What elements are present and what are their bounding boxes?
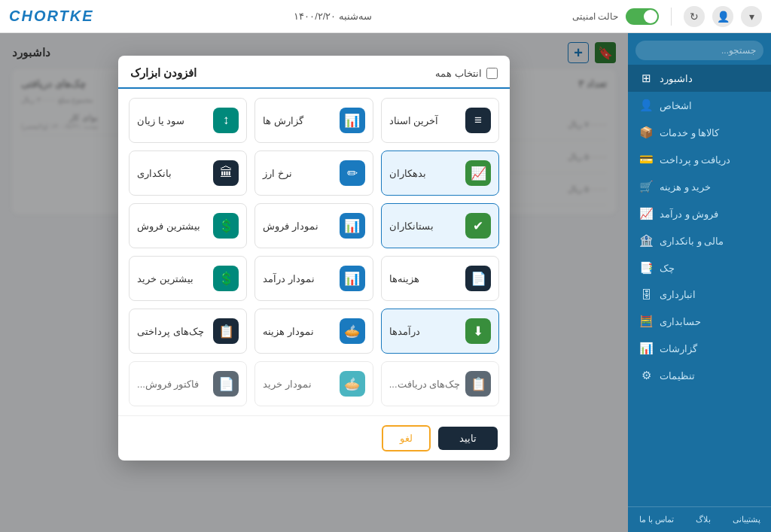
sidebar-search-wrapper xyxy=(628,33,771,65)
topbar-date: سه‌شنبه ۱۴۰۰/۲/۲۰ xyxy=(294,11,372,22)
widget-label: گزارش ها xyxy=(263,115,303,126)
accounting-icon: 🧮 xyxy=(638,315,654,328)
widget-purchase-chart[interactable]: 🥧 نمودار خرید xyxy=(254,361,373,406)
widget-label: چک‌های پرداختی xyxy=(137,326,204,337)
confirm-button[interactable]: تایید xyxy=(438,427,498,450)
sidebar-item-label: داشبورد xyxy=(660,73,693,84)
widget-label: هزینه‌ها xyxy=(389,273,419,284)
widget-exchange-rate[interactable]: ✏ نرخ ارز xyxy=(254,150,373,196)
cancel-button[interactable]: لغو xyxy=(382,425,431,451)
purchase-icon: 🛒 xyxy=(638,180,654,193)
widget-label: بانکداری xyxy=(137,168,172,179)
widget-label: چک‌های دریافت... xyxy=(389,378,460,390)
modal-header: انتخاب همه افزودن ابزارک xyxy=(118,56,510,89)
search-input[interactable] xyxy=(635,41,763,60)
widget-label: آخرین اسناد xyxy=(389,115,439,126)
sidebar-item-cheque[interactable]: چک 📑 xyxy=(628,254,771,281)
widget-label: نمودار خرید xyxy=(263,378,312,390)
sidebar-item-purchase[interactable]: خرید و هزینه 🛒 xyxy=(628,173,771,200)
widget-grid: ≡ آخرین اسناد 📊 گزارش ها ↕ سود یا زیان xyxy=(129,98,499,406)
income-chart-icon: 📊 xyxy=(340,266,365,291)
widget-profit-loss[interactable]: ↕ سود یا زیان xyxy=(129,98,247,143)
widget-top-purchase[interactable]: 💲 بیشترین خرید xyxy=(129,256,247,301)
persons-icon: 👤 xyxy=(638,99,654,112)
topbar: ▾ 👤 ↻ حالت امنیتی سه‌شنبه ۱۴۰۰/۲/۲۰ CHOR… xyxy=(0,0,771,33)
sidebar-item-persons[interactable]: اشخاص 👤 xyxy=(628,92,771,119)
security-toggle[interactable] xyxy=(626,8,659,25)
sidebar-item-label: کالاها و خدمات xyxy=(660,127,719,138)
sidebar-item-sales[interactable]: فروش و درآمد 📈 xyxy=(628,200,771,227)
widget-label: نمودار هزینه xyxy=(263,326,314,337)
top-sales-icon: 💲 xyxy=(213,213,239,239)
sidebar-item-label: گزارشات xyxy=(660,343,697,354)
add-widget-modal: انتخاب همه افزودن ابزارک ≡ آخرین اسناد 📊 xyxy=(118,56,510,461)
logo: CHORTKE xyxy=(9,8,94,25)
contact-link[interactable]: تماس با ما xyxy=(639,515,674,524)
widget-reports[interactable]: 📊 گزارش ها xyxy=(254,98,373,143)
widget-label: سود یا زیان xyxy=(137,115,184,126)
widget-banking[interactable]: 🏛 بانکداری xyxy=(129,150,247,196)
last-document-icon: ≡ xyxy=(465,108,491,133)
widget-sales-chart[interactable]: 📊 نمودار فروش xyxy=(254,203,373,248)
content-area: 🔖 + داشبورد تعداد ۳ بستانکاران مجموع بده… xyxy=(0,33,628,532)
refresh-icon[interactable]: ↻ xyxy=(684,6,705,27)
widget-creditors[interactable]: ✔ بستانکاران xyxy=(381,203,499,248)
purchase-chart-icon: 🥧 xyxy=(340,371,365,397)
sidebar-item-label: حسابداری xyxy=(660,316,701,327)
right-panel: داشبورد ⊞ اشخاص 👤 کالاها و خدمات 📦 دریاف… xyxy=(628,33,771,532)
banking-icon: 🏛 xyxy=(213,160,239,186)
reports-icon: 📊 xyxy=(638,342,654,355)
widget-payment-cheques[interactable]: 📋 چک‌های پرداختی xyxy=(129,309,247,354)
main-layout: داشبورد ⊞ اشخاص 👤 کالاها و خدمات 📦 دریاف… xyxy=(0,33,771,532)
topbar-left: ▾ 👤 ↻ حالت امنیتی xyxy=(572,6,762,27)
creditors-icon: ✔ xyxy=(465,213,491,239)
expense-chart-icon: 🥧 xyxy=(340,318,365,344)
sidebar-item-settings[interactable]: تنظیمات ⚙ xyxy=(628,362,771,389)
widget-income[interactable]: ⬇ درآمدها xyxy=(381,309,499,354)
sidebar-item-dashboard[interactable]: داشبورد ⊞ xyxy=(628,65,771,92)
topbar-right: CHORTKE xyxy=(9,8,94,25)
sidebar-item-inventory[interactable]: انبارداری 🗄 xyxy=(628,281,771,308)
widget-debtors[interactable]: 📈 بدهکاران xyxy=(381,150,499,196)
widget-label: بیشترین فروش xyxy=(137,220,200,232)
sidebar-item-label: مالی و بانکداری xyxy=(660,236,724,247)
toggle-knob xyxy=(644,10,657,23)
sidebar-item-finance[interactable]: مالی و بانکداری 🏦 xyxy=(628,227,771,254)
date-text: سه‌شنبه ۱۴۰۰/۲/۲۰ xyxy=(294,11,372,22)
chevron-down-icon[interactable]: ▾ xyxy=(741,6,762,27)
sidebar-item-label: تنظیمات xyxy=(660,370,695,382)
sidebar-item-goods[interactable]: کالاها و خدمات 📦 xyxy=(628,119,771,146)
divider xyxy=(671,8,672,26)
sidebar-item-reports[interactable]: گزارشات 📊 xyxy=(628,335,771,362)
security-label: حالت امنیتی xyxy=(572,11,618,22)
sidebar-item-accounting[interactable]: حسابداری 🧮 xyxy=(628,308,771,335)
widget-last-document[interactable]: ≡ آخرین اسناد xyxy=(381,98,499,143)
payment-icon: 💳 xyxy=(638,153,654,166)
sidebar-item-payment[interactable]: دریافت و پرداخت 💳 xyxy=(628,146,771,173)
sales-chart-icon: 📊 xyxy=(340,213,365,239)
settings-icon: ⚙ xyxy=(638,369,654,382)
debtors-icon: 📈 xyxy=(465,160,491,186)
payment-cheques-icon: 📋 xyxy=(213,318,239,344)
modal-footer: تایید لغو xyxy=(118,415,510,461)
reports-icon: 📊 xyxy=(340,108,365,133)
widget-expenses[interactable]: 📄 هزینه‌ها xyxy=(381,256,499,301)
blog-link[interactable]: بلاگ xyxy=(696,515,711,524)
received-cheques-icon: 📋 xyxy=(465,371,491,397)
widget-label: نمودار فروش xyxy=(263,220,318,232)
sidebar-item-label: خرید و هزینه xyxy=(660,181,711,193)
widget-income-chart[interactable]: 📊 نمودار درآمد xyxy=(254,256,373,301)
dashboard-icon: ⊞ xyxy=(638,71,654,85)
select-all-checkbox[interactable] xyxy=(486,68,498,79)
user-icon[interactable]: 👤 xyxy=(712,6,733,27)
widget-received-cheques[interactable]: 📋 چک‌های دریافت... xyxy=(381,361,499,406)
widget-max-factor[interactable]: 📄 فاکتور فروش... xyxy=(129,361,247,406)
support-link[interactable]: پشتیبانی xyxy=(733,515,760,524)
widget-expense-chart[interactable]: 🥧 نمودار هزینه xyxy=(254,309,373,354)
income-icon: ⬇ xyxy=(465,318,491,344)
widget-top-sales[interactable]: 💲 بیشترین فروش xyxy=(129,203,247,248)
sales-icon: 📈 xyxy=(638,207,654,220)
sidebar-item-label: چک xyxy=(660,263,675,274)
modal-overlay: انتخاب همه افزودن ابزارک ≡ آخرین اسناد 📊 xyxy=(0,33,628,532)
widget-label: درآمدها xyxy=(389,326,420,337)
